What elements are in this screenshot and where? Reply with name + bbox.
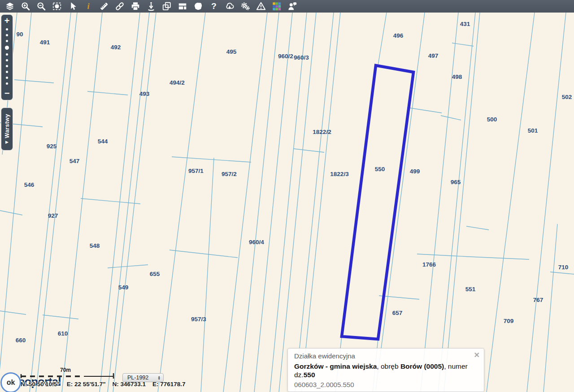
layers-tab-label: Warstwy [4,114,10,138]
logo-text: ok [7,379,15,387]
cadastral-map[interactable]: 90491492495960/2960/3496431497498502494/… [0,0,574,392]
info-icon: i [83,1,93,11]
parcel-label: 960/4 [249,239,264,246]
parcel-label: 491 [40,39,50,46]
parcel-label: 498 [452,73,462,80]
feedback-button[interactable] [284,0,300,13]
layout-icon [178,1,187,11]
zoom-in-button[interactable] [17,0,33,13]
parcel-label: 957/2 [222,171,237,177]
print-button[interactable] [127,0,143,13]
parcel-label: 965 [451,179,461,185]
help-icon: ? [209,1,219,11]
zoom-level-dot[interactable] [6,59,8,61]
mosaic-button[interactable] [269,0,284,13]
layers-button[interactable] [2,0,17,13]
coordinates-readout: N: 50 50'10.5"E: 22 55'51.7"N: 346733.1E… [21,381,192,388]
zoom-level-dots [5,28,9,85]
select-area-button[interactable] [49,0,65,13]
coord-wgs-e: E: 22 55'51.7" [67,381,106,388]
pointer-icon [68,1,78,11]
warning-icon [256,1,266,11]
add-point-icon [146,1,156,11]
parcel-label: 660 [16,337,26,344]
parcel-label: 610 [58,330,68,337]
scale-bar-label: 70m [60,367,71,373]
zoom-level-dot[interactable] [6,65,8,67]
settings-button[interactable] [237,0,253,13]
parcel-label: 655 [150,271,160,277]
parcel-description: Gorzków - gmina wiejska, obręb Borów (00… [294,362,478,379]
poland-map-button[interactable] [190,0,206,13]
zoom-control: + − [1,14,13,100]
parcel-label: 90 [16,31,23,38]
select-area-icon [52,1,62,11]
help-button[interactable]: ? [206,0,222,13]
settings-icon [240,1,250,11]
parcel-label: 495 [226,48,237,55]
zoom-out-button[interactable]: − [4,88,10,98]
popup-title: Działka ewidencyjna [294,352,478,360]
parcel-label: 431 [460,21,470,27]
svg-text:i: i [87,2,90,11]
zoom-level-dot[interactable] [6,34,8,36]
zoom-out-button[interactable] [33,0,49,13]
toolbar: i? [0,0,574,13]
svg-text:?: ? [211,1,217,11]
parcel-label: 1822/2 [313,129,331,135]
info-popup: Działka ewidencyjna ✕ Gorzków - gmina wi… [287,348,484,392]
parcel-label: 550 [375,166,385,172]
parcel-label: 492 [111,44,121,51]
parcel-label: 549 [118,284,129,291]
parcel-label: 960/2 [278,53,293,60]
parcel-label: 1766 [422,261,436,268]
warning-button[interactable] [253,0,269,13]
municipality-name: Gorzków - gmina wiejska [294,362,377,370]
parcel-label: 767 [533,297,544,303]
parcel-id: 060603_2.0005.550 [294,381,478,388]
parcel-label: 497 [428,52,439,59]
pointer-button[interactable] [65,0,80,13]
zoom-in-icon [21,1,30,11]
measure-button[interactable] [96,0,112,13]
logo-badge: ok [0,372,21,392]
zoom-level-dot[interactable] [6,28,8,30]
mosaic-icon [272,1,282,11]
parcel-label: 925 [47,143,57,150]
poland-map-icon [193,1,203,11]
print-icon [130,1,140,11]
parcel-label: 493 [139,90,150,97]
parcel-number: 550 [304,371,315,379]
add-point-button[interactable] [143,0,159,13]
link-button[interactable] [112,0,127,13]
cloud-download-icon [225,1,235,11]
zoom-level-dot[interactable] [6,40,8,42]
measure-icon [99,1,109,11]
zoom-level-dot[interactable] [6,82,8,85]
close-icon[interactable]: ✕ [474,352,480,359]
parcel-label: 501 [528,127,538,134]
parcel-label: 496 [393,32,404,39]
parcel-label: 499 [410,168,420,175]
info-button[interactable]: i [80,0,96,13]
chevron-right-icon: ▶ [5,140,9,144]
projection-value: PL-1992 [127,375,158,381]
cloud-download-button[interactable] [222,0,237,13]
zoom-in-button[interactable]: + [4,16,10,26]
layout-button[interactable] [174,0,190,13]
layers-tab[interactable]: Warstwy ▶ [1,108,13,151]
spinner-icon: ▲▼ [158,375,161,380]
zoom-level-dot[interactable] [6,71,8,73]
parcel-label: 1822/3 [330,171,349,177]
zoom-level-dot[interactable] [5,46,9,50]
copy-button[interactable] [159,0,174,13]
parcel-label: 494/2 [170,79,185,86]
parcel-label: 547 [70,158,80,164]
parcel-label: 500 [487,116,497,123]
zoom-level-dot[interactable] [6,53,8,56]
zoom-level-dot[interactable] [6,77,8,79]
zoom-out-icon [36,1,46,11]
parcel-label: 551 [465,286,476,293]
projection-select[interactable]: PL-1992 ▲▼ [122,373,164,382]
layers-icon [5,1,15,11]
